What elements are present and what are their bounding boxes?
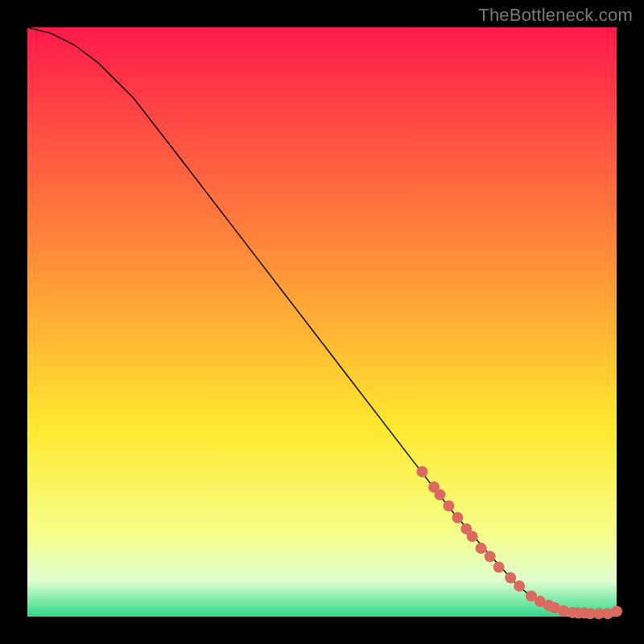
chart-frame: TheBottleneck.com	[0, 0, 644, 644]
marker-point	[485, 551, 496, 562]
marker-point	[476, 543, 487, 554]
marker-point	[452, 512, 463, 523]
curve-markers	[416, 466, 622, 619]
marker-point	[443, 500, 454, 511]
bottleneck-curve	[27, 27, 617, 613]
plot-svg	[27, 27, 617, 617]
marker-point	[505, 572, 516, 584]
marker-point	[611, 605, 622, 617]
marker-point	[493, 562, 505, 573]
marker-point	[467, 530, 478, 542]
attribution-label: TheBottleneck.com	[478, 5, 633, 26]
marker-point	[514, 580, 525, 592]
marker-point	[434, 489, 445, 501]
marker-point	[416, 466, 427, 477]
plot-area	[27, 27, 617, 617]
